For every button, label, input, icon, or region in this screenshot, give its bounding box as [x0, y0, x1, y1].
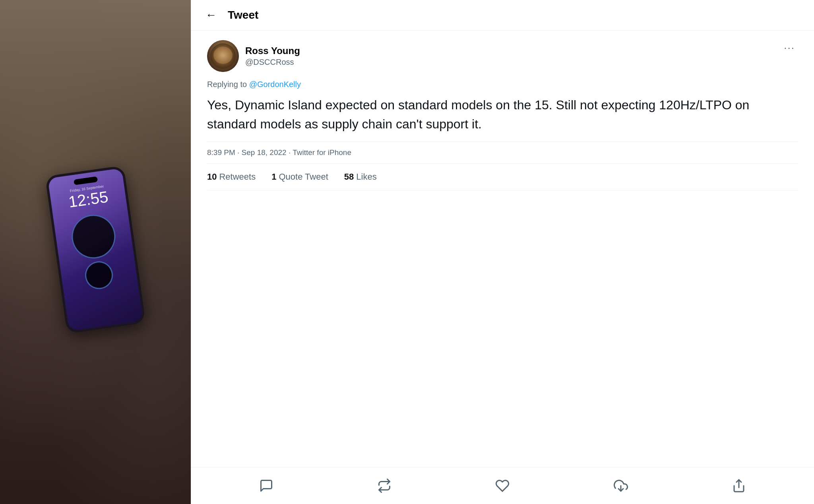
avatar-image: [207, 40, 239, 72]
retweets-count: 10: [207, 172, 217, 182]
reply-icon: [259, 479, 273, 493]
retweets-label: Retweets: [219, 172, 256, 182]
author-row: Ross Young @DSCCRoss ···: [207, 40, 798, 72]
avatar[interactable]: [207, 40, 239, 72]
share-icon: [732, 479, 746, 493]
likes-label: Likes: [356, 172, 376, 182]
quote-tweet-stat[interactable]: 1 Quote Tweet: [271, 172, 328, 182]
tweet-page-header: ← Tweet: [191, 0, 814, 31]
heart-icon: [495, 479, 510, 493]
share-button[interactable]: [727, 474, 751, 498]
bookmark-icon: [614, 479, 628, 493]
likes-count: 58: [344, 172, 354, 182]
reply-to-handle[interactable]: @GordonKelly: [249, 80, 301, 89]
back-button[interactable]: ←: [204, 8, 218, 22]
quote-tweet-label: Quote Tweet: [279, 172, 328, 182]
like-button[interactable]: [490, 474, 514, 498]
page-title: Tweet: [228, 9, 258, 21]
retweet-button[interactable]: [372, 474, 396, 498]
reply-to-prefix: Replying to: [207, 80, 249, 89]
author-info: Ross Young @DSCCRoss: [245, 45, 300, 67]
author-handle[interactable]: @DSCCRoss: [245, 58, 300, 67]
reply-button[interactable]: [254, 474, 278, 498]
tweet-content: Yes, Dynamic Island expected on standard…: [207, 95, 798, 134]
tweet-timestamp: 8:39 PM · Sep 18, 2022 · Twitter for iPh…: [207, 142, 798, 164]
reply-to-line: Replying to @GordonKelly: [207, 80, 798, 89]
author-name[interactable]: Ross Young: [245, 45, 300, 57]
phone-circle-small: [83, 260, 115, 291]
tweet-body: Ross Young @DSCCRoss ··· Replying to @Go…: [191, 31, 814, 467]
tweet-panel: ← Tweet Ross Young @DSCCRoss ···: [191, 0, 814, 504]
stats-row: 10 Retweets 1 Quote Tweet 58 Likes: [207, 164, 798, 190]
quote-tweet-count: 1: [271, 172, 276, 182]
phone-circle-large: [69, 212, 118, 261]
likes-stat[interactable]: 58 Likes: [344, 172, 377, 182]
phone-screen: Friday, 16 September 12:55: [48, 168, 143, 331]
bookmark-button[interactable]: [609, 474, 633, 498]
action-bar: [191, 467, 814, 504]
author-left: Ross Young @DSCCRoss: [207, 40, 300, 72]
phone-device: Friday, 16 September 12:55: [45, 165, 146, 334]
left-photo-panel: Friday, 16 September 12:55: [0, 0, 191, 504]
hand-phone-area: Friday, 16 September 12:55: [20, 146, 171, 504]
avatar-face: [213, 47, 233, 64]
retweets-stat[interactable]: 10 Retweets: [207, 172, 256, 182]
dynamic-island: [74, 176, 98, 185]
retweet-icon: [377, 479, 391, 493]
more-options-button[interactable]: ···: [781, 40, 798, 56]
